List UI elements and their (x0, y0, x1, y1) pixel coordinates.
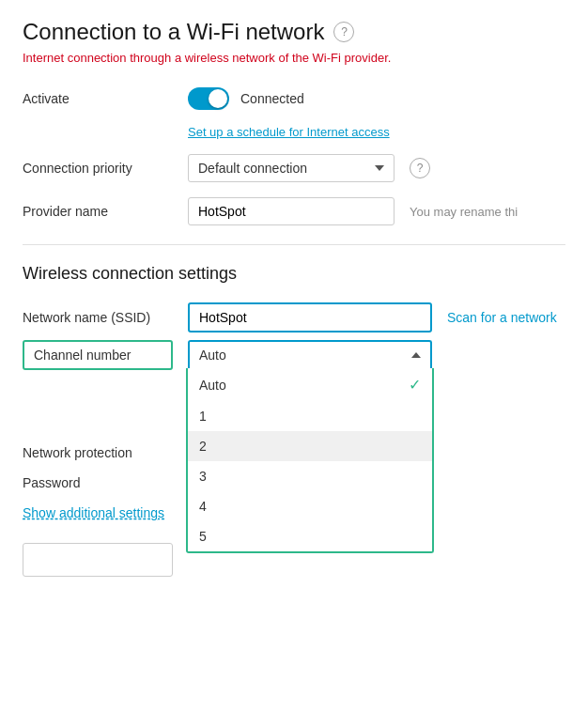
page-subtitle: Internet connection through a wireless n… (23, 51, 565, 65)
channel-option-2[interactable]: 2 (188, 431, 432, 461)
bottom-input[interactable] (23, 543, 173, 577)
connection-priority-select[interactable]: Default connection (188, 154, 395, 182)
activate-row: Activate Connected (23, 87, 565, 110)
network-protection-label: Network protection (23, 445, 173, 460)
channel-option-auto[interactable]: Auto ✓ (188, 368, 432, 401)
channel-dropdown-list: Auto ✓ 1 2 3 4 5 (186, 368, 434, 553)
wireless-section-title: Wireless connection settings (23, 264, 565, 284)
checkmark-icon: ✓ (409, 376, 421, 394)
channel-option-5[interactable]: 5 (188, 521, 432, 551)
channel-number-row: Channel number Auto Auto ✓ 1 2 3 4 5 (23, 340, 565, 370)
channel-dropdown-header[interactable]: Auto (188, 340, 432, 368)
connection-priority-value: Default connection (198, 161, 307, 176)
activate-label: Activate (23, 91, 173, 106)
provider-name-label: Provider name (23, 204, 173, 219)
chevron-up-icon (411, 352, 421, 358)
password-label: Password (23, 475, 173, 490)
show-additional-settings-link[interactable]: Show additional settings (23, 505, 164, 520)
activate-toggle[interactable] (188, 87, 229, 110)
connection-priority-label: Connection priority (23, 161, 173, 176)
schedule-link[interactable]: Set up a schedule for Internet access (188, 125, 565, 139)
channel-option-4[interactable]: 4 (188, 491, 432, 521)
page-title: Connection to a Wi-Fi network ? (23, 19, 565, 45)
activate-toggle-container: Connected (188, 87, 304, 110)
connected-status: Connected (240, 91, 304, 106)
toggle-knob (209, 89, 227, 108)
ssid-label: Network name (SSID) (23, 310, 173, 325)
page-help-icon[interactable]: ? (333, 22, 354, 42)
ssid-row: Network name (SSID) Scan for a network (23, 302, 565, 333)
channel-dropdown-wrapper: Auto Auto ✓ 1 2 3 4 5 (188, 340, 432, 368)
channel-number-label: Channel number (23, 340, 173, 370)
channel-option-1[interactable]: 1 (188, 401, 432, 431)
ssid-input[interactable] (188, 302, 432, 333)
provider-name-input[interactable] (188, 197, 395, 225)
channel-selected-value: Auto (199, 348, 226, 363)
connection-priority-row: Connection priority Default connection ? (23, 154, 565, 182)
connection-priority-help-icon[interactable]: ? (410, 158, 430, 178)
channel-option-3[interactable]: 3 (188, 461, 432, 491)
section-divider (23, 244, 565, 245)
chevron-down-icon (375, 165, 384, 171)
scan-for-network-link[interactable]: Scan for a network (447, 310, 557, 325)
provider-name-row: Provider name You may rename thi (23, 197, 565, 225)
provider-rename-hint: You may rename thi (410, 205, 518, 219)
page-title-text: Connection to a Wi-Fi network (23, 19, 324, 45)
